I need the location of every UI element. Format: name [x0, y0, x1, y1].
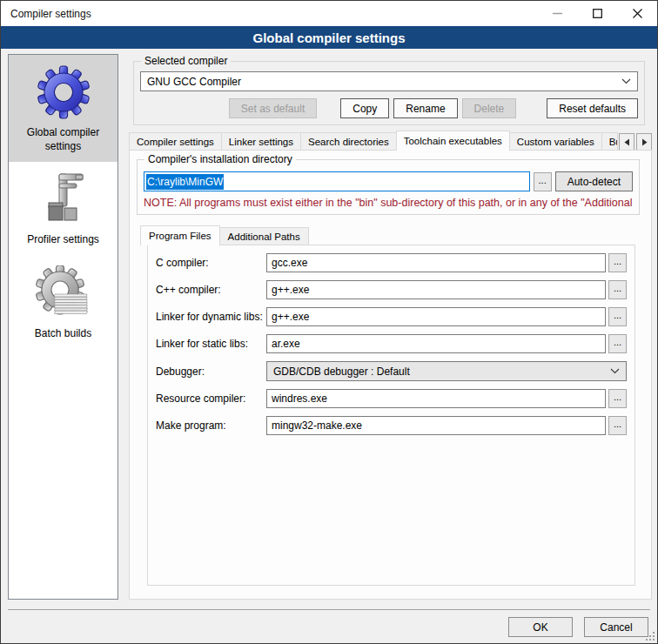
arrow-left-icon — [624, 138, 630, 146]
gray-gear-stack-icon — [36, 265, 91, 321]
note-text: NOTE: All programs must exist either in … — [144, 197, 637, 209]
sidebar-item-label: Profiler settings — [10, 233, 116, 247]
settings-category-list: Global compiler settings — [8, 54, 118, 600]
selected-directory-text: C:\raylib\MinGW — [146, 174, 224, 190]
program-files-panel: C compiler: ... C++ compiler: ... Linker… — [147, 245, 635, 586]
subtab-additional-paths[interactable]: Additional Paths — [219, 227, 309, 245]
blue-gear-icon — [36, 64, 91, 120]
settings-tabs: Compiler settings Linker settings Search… — [129, 131, 652, 151]
resource-compiler-row: Resource compiler: ... — [156, 389, 627, 408]
dynamic-linker-input[interactable] — [266, 307, 606, 326]
debugger-select-value: GDB/CDB debugger : Default — [273, 366, 610, 378]
tab-search-directories[interactable]: Search directories — [300, 132, 397, 151]
maximize-icon — [593, 9, 602, 18]
static-linker-row: Linker for static libs: ... — [156, 334, 627, 353]
field-label: Linker for dynamic libs: — [156, 311, 266, 323]
compiler-select-value: GNU GCC Compiler — [147, 76, 621, 88]
sidebar-item-global-compiler-settings[interactable]: Global compiler settings — [9, 55, 118, 162]
footer-divider — [8, 609, 650, 610]
tab-custom-variables[interactable]: Custom variables — [509, 132, 602, 151]
tab-build-options-clipped[interactable]: Build — [601, 132, 618, 151]
selected-compiler-group: Selected compiler GNU GCC Compiler Set a… — [133, 61, 645, 125]
tab-linker-settings[interactable]: Linker settings — [221, 132, 301, 151]
window-title: Compiler settings — [1, 8, 91, 20]
titlebar: Compiler settings — [1, 1, 657, 26]
close-button[interactable] — [617, 1, 657, 26]
compiler-buttons-row: Set as default Copy Rename Delete Reset … — [140, 98, 638, 118]
dynamic-linker-browse-button[interactable]: ... — [608, 307, 627, 326]
c-compiler-input[interactable] — [266, 253, 606, 272]
close-icon — [633, 9, 642, 18]
debugger-row: Debugger: GDB/CDB debugger : Default — [156, 361, 627, 381]
field-label: Resource compiler: — [156, 392, 266, 405]
tab-scroll-buttons — [617, 133, 652, 151]
cpp-compiler-input[interactable] — [266, 280, 606, 299]
c-compiler-row: C compiler: ... — [156, 253, 627, 272]
toolchain-subtabs: Program Files Additional Paths — [140, 225, 308, 245]
sidebar-item-label: Global compiler settings — [10, 126, 116, 153]
compiler-settings-dialog: Compiler settings Global compiler settin… — [0, 0, 658, 644]
sidebar-item-batch-builds[interactable]: Batch builds — [9, 256, 118, 350]
resource-compiler-browse-button[interactable]: ... — [608, 389, 627, 408]
make-program-input[interactable] — [266, 416, 606, 435]
arrow-right-icon — [641, 138, 648, 146]
tab-scroll-right-button[interactable] — [636, 133, 652, 151]
installation-directory-input[interactable]: C:\raylib\MinGW — [144, 171, 530, 191]
ok-button[interactable]: OK — [508, 617, 573, 637]
c-compiler-browse-button[interactable]: ... — [608, 253, 627, 272]
set-as-default-button: Set as default — [229, 98, 317, 118]
tab-compiler-settings[interactable]: Compiler settings — [129, 132, 222, 151]
field-label: Debugger: — [156, 366, 266, 378]
page-title: Global compiler settings — [1, 26, 657, 49]
reset-defaults-button[interactable]: Reset defaults — [547, 98, 638, 118]
auto-detect-button[interactable]: Auto-detect — [555, 171, 633, 191]
window-controls — [537, 1, 657, 26]
field-label: Make program: — [156, 419, 266, 432]
resize-grip[interactable] — [644, 630, 655, 641]
minimize-button[interactable] — [537, 1, 577, 26]
footer-buttons: OK Cancel — [508, 617, 648, 637]
tab-scroll-left-button[interactable] — [619, 133, 634, 151]
group-label: Selected compiler — [141, 55, 231, 67]
caliper-icon — [36, 171, 91, 227]
rename-button[interactable]: Rename — [393, 98, 457, 118]
sidebar-item-label: Batch builds — [10, 327, 116, 341]
tab-toolchain-executables[interactable]: Toolchain executables — [396, 131, 510, 151]
installation-directory-row: C:\raylib\MinGW ... Auto-detect — [144, 171, 633, 191]
chevron-down-icon — [621, 78, 631, 84]
cancel-button[interactable]: Cancel — [584, 617, 648, 637]
make-program-row: Make program: ... — [156, 416, 627, 435]
toolchain-executables-panel: Compiler's installation directory C:\ray… — [129, 150, 652, 600]
chevron-down-icon — [610, 368, 620, 374]
make-program-browse-button[interactable]: ... — [608, 416, 627, 435]
debugger-select[interactable]: GDB/CDB debugger : Default — [266, 361, 627, 381]
static-linker-browse-button[interactable]: ... — [608, 334, 627, 353]
maximize-button[interactable] — [577, 1, 617, 26]
cpp-compiler-row: C++ compiler: ... — [156, 280, 627, 299]
delete-button: Delete — [462, 98, 517, 118]
group-label: Compiler's installation directory — [144, 153, 296, 165]
field-label: C++ compiler: — [156, 284, 266, 296]
minimize-icon — [553, 9, 562, 18]
static-linker-input[interactable] — [266, 334, 606, 353]
field-label: Linker for static libs: — [156, 338, 266, 350]
copy-button[interactable]: Copy — [340, 98, 389, 118]
resource-compiler-input[interactable] — [266, 389, 606, 408]
compiler-select[interactable]: GNU GCC Compiler — [140, 71, 638, 91]
sidebar-item-profiler-settings[interactable]: Profiler settings — [9, 162, 118, 256]
dynamic-linker-row: Linker for dynamic libs: ... — [156, 307, 627, 326]
subtab-program-files[interactable]: Program Files — [140, 225, 220, 245]
installation-directory-group: Compiler's installation directory C:\ray… — [137, 159, 640, 215]
cpp-compiler-browse-button[interactable]: ... — [608, 280, 627, 299]
directory-browse-button[interactable]: ... — [534, 172, 552, 191]
field-label: C compiler: — [156, 257, 266, 269]
